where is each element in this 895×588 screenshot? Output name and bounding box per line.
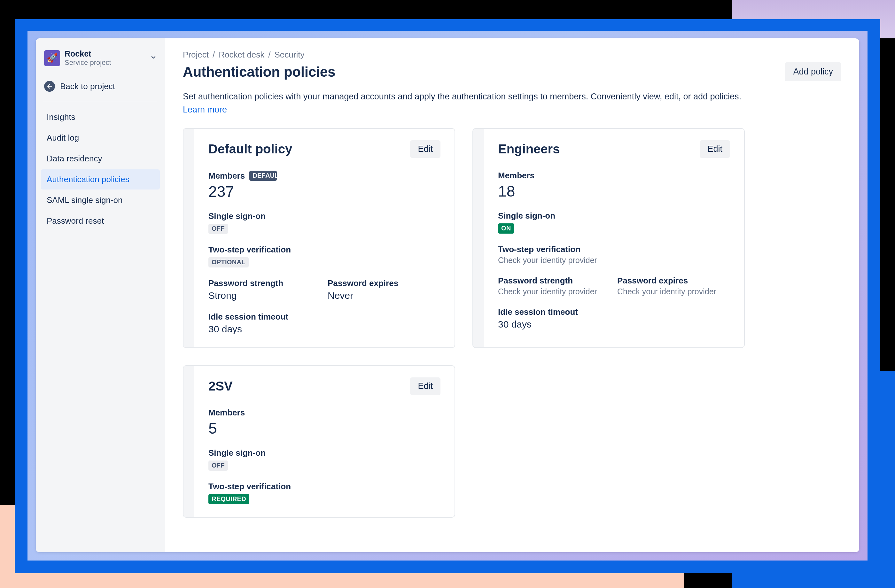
sso-label: Single sign-on [208, 211, 440, 221]
sidebar: 🚀 Rocket Service project Back to project… [36, 38, 165, 552]
two-step-badge: REQUIRED [208, 494, 249, 504]
two-step-label: Two-step verification [208, 245, 440, 255]
pwd-expires-label: Password expires [328, 278, 440, 288]
sidebar-item-data-residency[interactable]: Data residency [41, 149, 160, 169]
sidebar-item-authentication-policies[interactable]: Authentication policies [41, 169, 160, 189]
two-step-label: Two-step verification [208, 482, 440, 491]
page-title: Authentication policies [183, 64, 335, 80]
two-step-helper: Check your identity provider [498, 256, 730, 265]
members-count: 237 [208, 183, 440, 200]
edit-policy-button[interactable]: Edit [410, 377, 440, 395]
policy-card-default: Default policy Edit Members DEFAULT 237 … [183, 128, 455, 348]
members-label: Members [498, 171, 730, 180]
card-accent [473, 129, 484, 347]
project-info: Rocket Service project [65, 49, 146, 67]
idle-value: 30 days [498, 319, 730, 330]
card-accent [184, 366, 194, 517]
pwd-strength-helper: Check your identity provider [498, 287, 611, 296]
policy-card-engineers: Engineers Edit Members 18 Single sign-on… [472, 128, 745, 348]
sidebar-item-password-reset[interactable]: Password reset [41, 211, 160, 231]
chevron-down-icon [150, 54, 156, 62]
project-name: Rocket [65, 49, 146, 59]
idle-label: Idle session timeout [498, 307, 730, 317]
description-text: Set authentication policies with your ma… [183, 92, 741, 101]
sidebar-item-insights[interactable]: Insights [41, 107, 160, 127]
edit-policy-button[interactable]: Edit [410, 140, 440, 158]
two-step-badge: OPTIONAL [208, 257, 249, 267]
policy-title: Default policy [208, 142, 292, 156]
members-count: 5 [208, 420, 440, 437]
sso-label: Single sign-on [498, 211, 730, 221]
project-type: Service project [65, 59, 146, 67]
pwd-expires-label: Password expires [617, 276, 730, 286]
divider [44, 101, 157, 101]
project-logo: 🚀 [44, 50, 60, 66]
members-label: Members [208, 171, 245, 181]
sso-badge: OFF [208, 224, 228, 234]
page-description: Set authentication policies with your ma… [183, 90, 745, 116]
policy-title: Engineers [498, 142, 560, 156]
learn-more-link[interactable]: Learn more [183, 105, 227, 114]
policy-title: 2SV [208, 379, 233, 393]
members-count: 18 [498, 182, 730, 200]
breadcrumb-item[interactable]: Project [183, 50, 209, 60]
arrow-left-icon [44, 81, 55, 92]
pwd-expires-helper: Check your identity provider [617, 287, 730, 296]
page-header: Authentication policies Add policy [183, 62, 841, 81]
project-switcher[interactable]: 🚀 Rocket Service project [41, 47, 160, 69]
pwd-strength-label: Password strength [208, 278, 321, 288]
sidebar-item-saml-sso[interactable]: SAML single sign-on [41, 190, 160, 210]
pwd-expires-value: Never [328, 290, 440, 301]
default-badge: DEFAULT [249, 171, 277, 181]
breadcrumb: Project / Rocket desk / Security [183, 50, 841, 60]
card-accent [184, 129, 194, 347]
breadcrumb-item[interactable]: Security [274, 50, 304, 60]
breadcrumb-item[interactable]: Rocket desk [218, 50, 264, 60]
edit-policy-button[interactable]: Edit [700, 140, 730, 158]
idle-label: Idle session timeout [208, 312, 440, 322]
app-window: 🚀 Rocket Service project Back to project… [36, 38, 859, 552]
back-label: Back to project [60, 82, 115, 91]
policy-cards: Default policy Edit Members DEFAULT 237 … [183, 128, 841, 518]
policy-card-2sv: 2SV Edit Members 5 Single sign-on OFF Tw… [183, 365, 455, 518]
back-to-project-link[interactable]: Back to project [41, 74, 160, 101]
pwd-strength-value: Strong [208, 290, 321, 301]
sso-label: Single sign-on [208, 448, 440, 458]
sidebar-item-audit-log[interactable]: Audit log [41, 128, 160, 148]
sso-badge: OFF [208, 461, 228, 471]
sidebar-nav: Insights Audit log Data residency Authen… [41, 107, 160, 231]
rocket-icon: 🚀 [47, 53, 58, 63]
members-label: Members [208, 408, 440, 418]
two-step-label: Two-step verification [498, 244, 730, 255]
idle-value: 30 days [208, 324, 440, 335]
breadcrumb-sep: / [268, 50, 270, 60]
breadcrumb-sep: / [212, 50, 215, 60]
sso-badge: ON [498, 223, 514, 233]
main-content: Project / Rocket desk / Security Authent… [165, 38, 859, 552]
add-policy-button[interactable]: Add policy [785, 62, 841, 81]
pwd-strength-label: Password strength [498, 276, 611, 286]
